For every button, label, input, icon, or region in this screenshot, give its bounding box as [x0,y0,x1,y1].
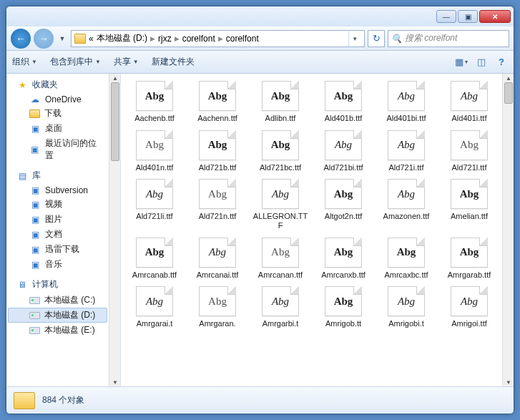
address-part[interactable]: corelfont [182,34,215,44]
file-item[interactable]: AbgAmazonen.ttf [376,176,437,233]
file-item[interactable]: AbgAmrcanab.ttf [124,235,185,283]
sidebar-item[interactable]: 本地磁盘 (D:) [8,308,107,323]
forward-button[interactable]: → [34,29,54,49]
address-part[interactable]: 本地磁盘 (D:) [97,32,147,44]
file-item[interactable]: AbgAld401b.ttf [313,78,374,126]
organize-menu[interactable]: 组织▼ [12,56,37,68]
sidebar-item[interactable]: ☁OneDrive [8,93,107,106]
search-placeholder: 搜索 corelfont [405,32,457,44]
file-item[interactable]: AbgAld721b.ttf [187,127,248,175]
history-dropdown[interactable]: ▼ [57,29,68,49]
file-item[interactable]: AbgAld721li.ttf [124,176,185,233]
sidebar-item[interactable]: ▣桌面 [8,121,107,136]
font-preview-glyph: Abg [146,296,163,308]
sidebar-item[interactable]: ▣最近访问的位置 [8,136,107,163]
font-thumbnail: Abg [451,179,488,209]
search-box[interactable]: 🔍 搜索 corelfont [388,30,509,47]
address-prefix: « [89,34,94,44]
sidebar-scrollbar[interactable]: ▲ ▼ [109,74,120,386]
close-button[interactable]: ✕ [479,10,511,23]
star-icon: ★ [16,80,28,90]
file-item[interactable]: AbgAmrcanai.ttf [187,235,248,283]
minimize-button[interactable]: — [436,10,456,23]
scroll-thumb[interactable] [504,82,513,104]
address-part[interactable]: rjxz [158,34,172,44]
maximize-button[interactable]: ▣ [458,10,478,23]
file-item[interactable]: AbgAmrgarbi.t [250,283,311,331]
file-name: Aachenb.ttf [134,114,175,123]
file-item[interactable]: AbgAld721i.ttf [376,127,437,175]
sidebar-item[interactable]: 下载 [8,106,107,121]
font-thumbnail: Abg [262,81,299,111]
file-item[interactable]: AbgAld401bi.ttf [376,78,437,126]
address-dropdown[interactable]: ▾ [348,31,361,47]
file-item[interactable]: AbgAmrigob.tt [313,283,374,331]
file-item[interactable]: AbgAmrgarab.ttf [438,235,500,283]
file-item[interactable]: AbgAld401n.ttf [124,127,185,175]
scroll-up-icon[interactable]: ▲ [503,74,514,82]
view-options-button[interactable]: ▦▾ [455,57,468,68]
include-in-library-menu[interactable]: 包含到库中▼ [50,56,101,68]
scroll-down-icon[interactable]: ▼ [503,378,514,386]
file-item[interactable]: AbgAld721l.ttf [438,127,500,175]
font-preview-glyph: Abg [271,90,290,102]
breadcrumb-sep[interactable]: ▶ [218,35,223,42]
font-preview-glyph: Abg [398,90,415,102]
sidebar-item[interactable]: ▣图片 [8,212,107,227]
sidebar-item[interactable]: ▣Subversion [8,184,107,197]
sidebar-item[interactable]: ▣迅雷下载 [8,242,107,257]
file-item[interactable]: AbgAmelian.ttf [438,176,500,233]
address-part[interactable]: corelfont [226,34,259,44]
file-item[interactable]: AbgAltgot2n.ttf [313,176,374,233]
file-item[interactable]: AbgALLEGRON.TTF [250,176,311,233]
file-item[interactable]: AbgAmrgaran. [187,283,248,331]
file-item[interactable]: AbgAld721n.ttf [187,176,248,233]
share-menu[interactable]: 共享▼ [114,56,139,68]
sidebar-item[interactable]: 本地磁盘 (C:) [8,293,107,308]
file-item[interactable]: AbgAmrcanan.ttf [250,235,311,283]
font-thumbnail: Abg [199,286,236,316]
sidebar-item[interactable]: 本地磁盘 (E:) [8,323,107,338]
file-item[interactable]: AbgAld401i.ttf [438,78,500,126]
titlebar[interactable]: — ▣ ✕ [6,6,514,26]
file-item[interactable]: AbgAmrigobi.t [376,283,437,331]
content-scrollbar[interactable]: ▲ ▼ [502,74,514,386]
file-name: Ald401n.ttf [136,163,174,172]
favorites-header[interactable]: ★收藏夹 [8,77,107,93]
computer-header[interactable]: 🖥计算机 [8,276,107,293]
preview-pane-button[interactable]: ◫ [475,57,488,68]
scroll-thumb[interactable] [111,82,119,161]
file-item[interactable]: AbgAachenb.ttf [124,78,185,126]
breadcrumb-sep[interactable]: ▶ [150,35,155,42]
sidebar-item-label: 迅雷下载 [45,243,79,255]
address-bar[interactable]: « 本地磁盘 (D:) ▶ rjxz ▶ corelfont ▶ corelfo… [71,30,365,47]
refresh-button[interactable]: ↻ [368,30,385,47]
navigation-pane[interactable]: ★收藏夹 ☁OneDrive下载▣桌面▣最近访问的位置 ▤库 ▣Subversi… [6,74,121,386]
file-item[interactable]: AbgAdlibn.ttf [250,78,311,126]
item-icon: ▣ [29,260,41,270]
file-item[interactable]: AbgAachenn.ttf [187,78,248,126]
new-folder-button[interactable]: 新建文件夹 [152,56,195,68]
file-item[interactable]: AbgAmrcanxb.ttf [313,235,374,283]
file-item[interactable]: AbgAmrgarai.t [124,283,185,331]
file-item[interactable]: AbgAld721bi.ttf [313,127,374,175]
file-item[interactable]: AbgAmrigoi.ttf [438,283,500,331]
font-thumbnail: Abg [262,286,299,316]
scroll-down-icon[interactable]: ▼ [109,378,121,386]
font-thumbnail: Abg [325,179,362,209]
file-list[interactable]: AbgAachenb.ttfAbgAachenn.ttfAbgAdlibn.tt… [121,74,514,386]
help-button[interactable]: ? [495,57,508,68]
sidebar-item[interactable]: ▣音乐 [8,257,107,272]
file-item[interactable]: AbgAld721bc.ttf [250,127,311,175]
font-preview-glyph: Abg [145,90,165,102]
sidebar-item[interactable]: ▣视频 [8,197,107,212]
breadcrumb-sep[interactable]: ▶ [175,35,180,42]
libraries-header[interactable]: ▤库 [8,167,107,184]
file-name: Amrgaran. [199,319,235,328]
back-button[interactable]: ← [11,29,31,49]
explorer-window: — ▣ ✕ ← → ▼ « 本地磁盘 (D:) ▶ rjxz ▶ corelfo… [6,6,514,414]
file-item[interactable]: AbgAmrcaxbc.ttf [376,235,437,283]
sidebar-item[interactable]: ▣文档 [8,227,107,242]
font-thumbnail: Abg [136,130,173,160]
scroll-up-icon[interactable]: ▲ [109,74,121,82]
